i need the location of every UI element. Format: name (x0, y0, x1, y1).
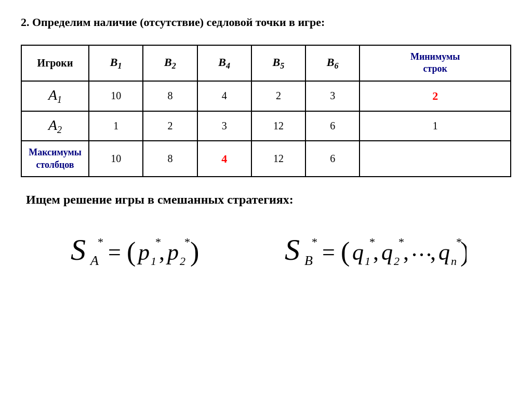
svg-text:,: , (373, 240, 379, 265)
svg-text:q: q (381, 240, 393, 265)
cell-a1-b6: 3 (305, 81, 360, 111)
cell-a1-b4: 4 (197, 81, 251, 111)
svg-text:): ) (190, 237, 199, 267)
svg-text:.: . (419, 236, 424, 261)
header-b4: B4 (197, 45, 251, 81)
svg-text:S: S (285, 233, 300, 267)
svg-text:*: * (98, 235, 103, 248)
svg-text:n: n (451, 255, 457, 268)
game-table: Игроки B1 B2 B4 B5 B6 Минимумыстрок A1 1 (21, 45, 511, 177)
svg-text:1: 1 (365, 255, 370, 268)
cell-a1-b1: 10 (89, 81, 143, 111)
svg-text:=: = (322, 240, 335, 265)
cell-max-b4: 4 (197, 141, 251, 177)
svg-text:*: * (184, 235, 190, 248)
formula-sb: S B * = ( q 1 * , q 2 * , . (280, 222, 467, 274)
svg-text:2: 2 (394, 255, 400, 268)
svg-text:1: 1 (151, 255, 156, 268)
header-b1: B1 (89, 45, 143, 81)
row-a1: A1 10 8 4 2 3 2 (21, 81, 511, 111)
svg-text:(: ( (127, 237, 136, 267)
formula-sa-svg: S A * = ( p 1 * , p 2 * ) (65, 222, 211, 274)
svg-text:2: 2 (180, 255, 185, 268)
header-b5: B5 (251, 45, 305, 81)
row-a2: A2 1 2 3 12 6 1 (21, 111, 511, 141)
header-players: Игроки (21, 45, 89, 81)
svg-text:(: ( (341, 237, 350, 267)
cell-max-b5: 12 (251, 141, 305, 177)
svg-text:=: = (108, 240, 121, 265)
svg-text:q: q (438, 240, 450, 265)
header-b6: B6 (305, 45, 360, 81)
cell-a2-b1: 1 (89, 111, 143, 141)
cell-a2-b2: 2 (143, 111, 197, 141)
svg-text:p: p (166, 240, 179, 265)
svg-text:): ) (460, 237, 467, 267)
cell-max-b1: 10 (89, 141, 143, 177)
cell-a1-b2: 8 (143, 81, 197, 111)
svg-text:q: q (352, 240, 364, 265)
label-a1: A1 (21, 81, 89, 111)
label-max: Максимумыстолбцов (21, 141, 89, 177)
header-min: Минимумыстрок (360, 45, 511, 81)
cell-a1-min: 2 (360, 81, 511, 111)
cell-a2-b6: 6 (305, 111, 360, 141)
cell-max-min (360, 141, 511, 177)
cell-a2-b4: 3 (197, 111, 251, 141)
svg-text:A: A (89, 253, 99, 268)
svg-text:p: p (137, 240, 150, 265)
svg-text:*: * (312, 235, 317, 248)
formula-sb-svg: S B * = ( q 1 * , q 2 * , . (280, 222, 467, 274)
cell-a2-min: 1 (360, 111, 511, 141)
svg-text:,: , (430, 240, 436, 265)
mixed-title: Ищем решение игры в смешанных стратегиях… (21, 193, 511, 207)
cell-a2-b5: 12 (251, 111, 305, 141)
title: 2. Определим наличие (отсутствие) седлов… (21, 16, 511, 29)
formulas-container: S A * = ( p 1 * , p 2 * ) (21, 222, 511, 274)
svg-text:S: S (71, 233, 86, 267)
formula-sa: S A * = ( p 1 * , p 2 * ) (65, 222, 211, 274)
cell-a1-b5: 2 (251, 81, 305, 111)
svg-text:,: , (159, 240, 165, 265)
header-b2: B2 (143, 45, 197, 81)
svg-text:B: B (304, 253, 313, 268)
row-max: Максимумыстолбцов 10 8 4 12 6 (21, 141, 511, 177)
svg-text:,: , (403, 240, 409, 265)
cell-max-b2: 8 (143, 141, 197, 177)
cell-max-b6: 6 (305, 141, 360, 177)
svg-text:.: . (411, 236, 417, 261)
label-a2: A2 (21, 111, 89, 141)
